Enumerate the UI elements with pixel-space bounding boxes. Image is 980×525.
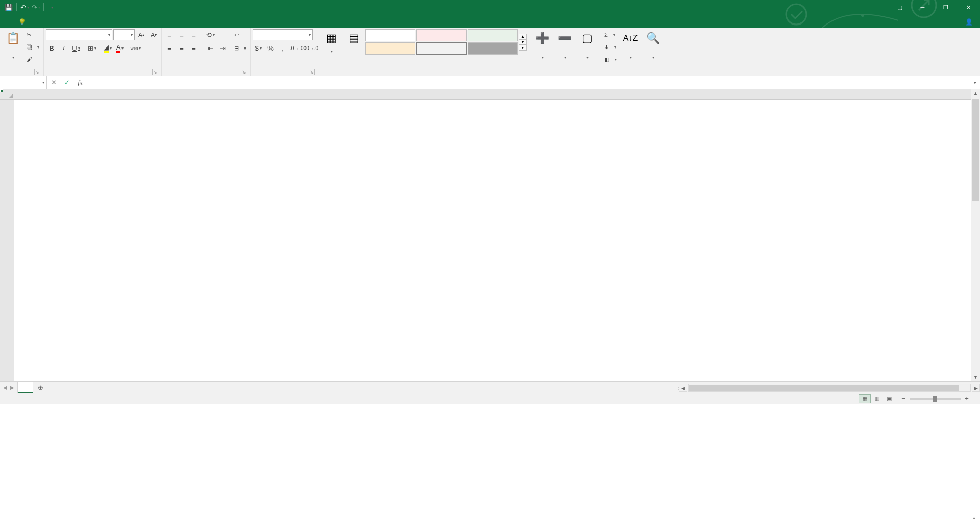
share-button[interactable]: 👤: [965, 15, 975, 28]
cancel-formula-icon[interactable]: ✕: [47, 76, 60, 89]
copy-button[interactable]: ⿻▾: [24, 41, 41, 53]
formula-input[interactable]: [87, 76, 970, 89]
font-name-select[interactable]: ▾: [46, 29, 112, 40]
fill-button[interactable]: ⬇▾: [602, 41, 619, 53]
align-right-icon[interactable]: ≡: [188, 42, 200, 54]
increase-indent-icon[interactable]: ⇥: [217, 42, 228, 54]
paste-button[interactable]: 📋 ▾: [2, 29, 23, 61]
group-styles: ▦ ▾ ▤: [318, 28, 529, 76]
format-as-table-button[interactable]: ▤: [343, 29, 364, 47]
insert-cells-button[interactable]: ➕▾: [531, 29, 553, 61]
decrease-font-icon[interactable]: A▾: [148, 29, 159, 40]
decrease-indent-icon[interactable]: ⇤: [205, 42, 216, 54]
redo-icon[interactable]: ↷▾: [31, 3, 40, 12]
font-color-button[interactable]: A▾: [114, 42, 126, 54]
sheet-nav-prev-icon[interactable]: ◀: [3, 385, 7, 390]
vertical-scrollbar[interactable]: ▲ ▼: [971, 89, 980, 381]
orientation-icon[interactable]: ⟲▾: [205, 29, 216, 40]
clear-button[interactable]: ◧▾: [602, 54, 619, 65]
zoom-out-button[interactable]: −: [899, 395, 908, 402]
percent-format-icon[interactable]: %: [265, 42, 276, 54]
bold-button[interactable]: B: [46, 42, 57, 54]
fill-color-button[interactable]: ◢▾: [102, 42, 113, 54]
sort-filter-button[interactable]: A↓Z▾: [620, 29, 641, 61]
clipboard-launcher[interactable]: ↘: [34, 69, 40, 75]
save-icon[interactable]: 💾: [4, 3, 13, 12]
fill-handle[interactable]: [0, 89, 3, 92]
align-bottom-icon[interactable]: ≡: [188, 29, 200, 40]
share-icon: 👤: [965, 18, 973, 26]
gallery-up-icon[interactable]: ▲: [519, 34, 527, 39]
gallery-down-icon[interactable]: ▼: [519, 39, 527, 45]
format-painter-button[interactable]: 🖌: [24, 54, 41, 65]
new-sheet-button[interactable]: ⊕: [33, 382, 47, 393]
close-button[interactable]: ✕: [957, 0, 980, 14]
expand-formula-bar-icon[interactable]: ▾: [970, 76, 980, 89]
formula-bar: ▾ ✕ ✓ fx ▾: [0, 76, 980, 89]
view-page-break-icon[interactable]: ▣: [883, 394, 895, 403]
tab-file[interactable]: [0, 15, 14, 28]
spreadsheet-grid[interactable]: ▲ ▼: [0, 89, 980, 381]
tell-me-search[interactable]: 💡: [18, 15, 28, 28]
scroll-right-icon[interactable]: ▶: [972, 384, 980, 392]
align-left-icon[interactable]: ≡: [164, 42, 175, 54]
group-number: ▾ $▾ % , .0→.00 .00→.0 ↘: [251, 28, 318, 76]
font-launcher[interactable]: ↘: [152, 69, 158, 75]
font-size-select[interactable]: ▾: [113, 29, 135, 40]
view-normal-icon[interactable]: ▦: [859, 394, 871, 403]
alignment-launcher[interactable]: ↘: [241, 69, 247, 75]
group-editing: Σ▾ ⬇▾ ◧▾ A↓Z▾ 🔍▾: [600, 28, 666, 76]
style-normal[interactable]: [365, 29, 415, 41]
format-cells-button[interactable]: ▢▾: [576, 29, 598, 61]
find-select-button[interactable]: 🔍▾: [642, 29, 664, 61]
border-button[interactable]: ⊞▾: [86, 42, 97, 54]
style-calc[interactable]: [416, 42, 467, 55]
number-launcher[interactable]: ↘: [309, 69, 315, 75]
increase-font-icon[interactable]: A▴: [136, 29, 147, 40]
comma-format-icon[interactable]: ,: [277, 42, 288, 54]
zoom-slider[interactable]: [910, 398, 961, 400]
ribbon-display-options-icon[interactable]: ▢: [888, 0, 911, 14]
scroll-left-icon[interactable]: ◀: [679, 384, 687, 392]
cut-button[interactable]: ✂: [24, 29, 41, 40]
autosum-button[interactable]: Σ▾: [602, 29, 619, 40]
sheet-nav-next-icon[interactable]: ▶: [10, 385, 14, 390]
maximize-button[interactable]: ❐: [934, 0, 957, 14]
zoom-in-button[interactable]: +: [963, 395, 971, 402]
style-good[interactable]: [468, 29, 518, 41]
wrap-icon: ↩: [234, 32, 239, 38]
gallery-more-icon[interactable]: ▾: [519, 45, 527, 51]
merge-center-button[interactable]: ⊟▾: [232, 42, 248, 54]
name-box[interactable]: ▾: [0, 76, 47, 89]
underline-button[interactable]: U▾: [70, 42, 82, 54]
align-top-icon[interactable]: ≡: [164, 29, 175, 40]
number-format-select[interactable]: ▾: [253, 29, 313, 40]
accounting-format-icon[interactable]: $▾: [253, 42, 264, 54]
insert-function-icon[interactable]: fx: [74, 76, 87, 89]
qat-customize-icon[interactable]: ▾: [47, 3, 56, 12]
enter-formula-icon[interactable]: ✓: [60, 76, 74, 89]
style-neutral[interactable]: [365, 42, 415, 55]
ribbon: 📋 ▾ ✂ ⿻▾ 🖌 ↘ ▾ ▾ A▴ A▾ B I U▾: [0, 28, 980, 76]
sheet-tab-active[interactable]: [18, 382, 33, 393]
decrease-decimal-icon[interactable]: .00→.0: [305, 42, 316, 54]
view-page-layout-icon[interactable]: ▥: [871, 394, 883, 403]
style-bad[interactable]: [416, 29, 467, 41]
scroll-down-icon[interactable]: ▼: [971, 373, 980, 381]
title-bar: 💾 ↶▾ ↷▾ ▾ ▢ ─ ❐ ✕: [0, 0, 980, 14]
horizontal-scrollbar[interactable]: ◀ ▶: [679, 382, 980, 393]
v-scroll-thumb[interactable]: [972, 99, 979, 201]
style-check[interactable]: [468, 42, 518, 55]
scroll-up-icon[interactable]: ▲: [971, 89, 980, 98]
wrap-text-button[interactable]: ↩: [232, 29, 248, 40]
delete-cells-button[interactable]: ➖▾: [554, 29, 575, 61]
undo-icon[interactable]: ↶▾: [20, 3, 29, 12]
cells-area[interactable]: [14, 100, 971, 381]
align-center-icon[interactable]: ≡: [176, 42, 187, 54]
italic-button[interactable]: I: [58, 42, 69, 54]
phonetic-guide-button[interactable]: wén▾: [130, 42, 141, 54]
h-scroll-thumb[interactable]: [689, 385, 959, 391]
align-middle-icon[interactable]: ≡: [176, 29, 187, 40]
conditional-format-button[interactable]: ▦ ▾: [321, 29, 342, 55]
minimize-button[interactable]: ─: [911, 0, 934, 14]
